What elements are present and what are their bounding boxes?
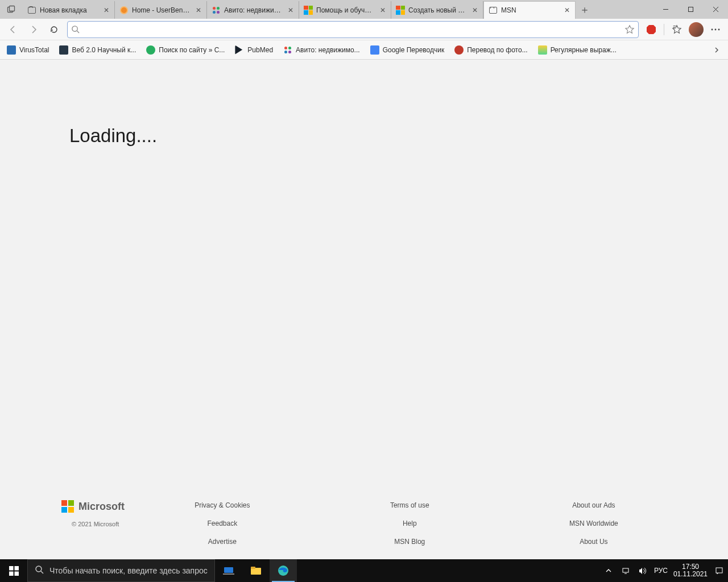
footer-link-privacy[interactable]: Privacy & Cookies [195, 501, 250, 509]
bookmark-virustotal[interactable]: VirusTotal [3, 43, 52, 57]
extension-adblock-icon[interactable] [642, 20, 660, 39]
close-window-button[interactable] [703, 0, 728, 19]
bookmark-label: Регулярные выраж... [551, 46, 617, 54]
footer-link-aboutus[interactable]: About Us [580, 538, 607, 546]
profile-button[interactable] [687, 20, 705, 39]
tab-close-icon[interactable]: ✕ [194, 6, 203, 15]
bookmark-favicon-icon [454, 45, 464, 55]
bookmark-favicon-icon [538, 45, 547, 55]
titlebar: Новая вкладка ✕ Home - UserBenchmark ✕ А… [0, 0, 728, 19]
tab-close-icon[interactable]: ✕ [286, 6, 295, 15]
microsoft-logo[interactable]: Microsoft [61, 500, 125, 513]
tab-favicon-icon [27, 6, 36, 15]
svg-rect-14 [9, 566, 14, 571]
footer-link-msnblog[interactable]: MSN Blog [394, 538, 425, 546]
footer-link-help[interactable]: Help [403, 519, 417, 527]
bookmark-gtranslate[interactable]: Google Переводчик [367, 43, 448, 57]
tray-network-icon[interactable] [620, 567, 631, 575]
tab-title: Авито: недвижимость [224, 6, 283, 14]
tab-favicon-icon [119, 6, 129, 15]
toolbar-divider [664, 24, 664, 35]
bookmark-site-search[interactable]: Поиск по сайту » С... [143, 43, 228, 57]
minimize-button[interactable] [653, 0, 678, 19]
new-tab-button[interactable]: ＋ [576, 0, 594, 19]
tab-new[interactable]: Новая вкладка ✕ [23, 1, 115, 19]
footer-links: Privacy & Cookies Feedback Advertise Ter… [125, 500, 688, 546]
bookmark-regex[interactable]: Регулярные выраж... [535, 43, 620, 57]
footer-link-worldwide[interactable]: MSN Worldwide [569, 519, 618, 527]
bookmark-label: PubMed [247, 46, 273, 54]
bookmark-web20[interactable]: Веб 2.0 Научный к... [56, 43, 139, 57]
bookmark-pubmed[interactable]: PubMed [231, 43, 276, 57]
footer-link-terms[interactable]: Terms of use [390, 501, 429, 509]
taskbar-search-input[interactable] [49, 566, 208, 575]
tab-favicon-icon [212, 6, 221, 15]
bookmark-avito[interactable]: Авито: недвижимо... [280, 43, 363, 57]
favorites-button[interactable] [668, 20, 686, 39]
start-button[interactable] [0, 559, 27, 582]
tab-favicon-icon [489, 6, 498, 15]
svg-rect-23 [251, 567, 255, 569]
tab-close-icon[interactable]: ✕ [378, 6, 387, 15]
tab-close-icon[interactable]: ✕ [102, 6, 111, 15]
bookmark-photo-translate[interactable]: Перевод по фото... [451, 43, 531, 57]
svg-point-13 [718, 28, 720, 30]
bookmark-favicon-icon [146, 45, 155, 55]
bookmark-favicon-icon [235, 45, 244, 55]
bookmarks-bar: VirusTotal Веб 2.0 Научный к... Поиск по… [0, 40, 728, 60]
tab-title: Новая вкладка [40, 6, 98, 14]
tab-close-icon[interactable]: ✕ [562, 6, 572, 15]
bookmark-favicon-icon [59, 45, 68, 55]
back-button[interactable] [3, 20, 23, 39]
address-bar[interactable] [67, 21, 639, 38]
tray-chevron-up-icon[interactable] [603, 567, 614, 574]
tab-close-icon[interactable]: ✕ [470, 6, 479, 15]
tab-actions-button[interactable] [0, 0, 23, 19]
tray-notifications-icon[interactable] [713, 567, 725, 575]
tab-title: Помощь и обучение [316, 6, 375, 14]
footer-link-advertise[interactable]: Advertise [208, 538, 237, 546]
footer-link-aboutads[interactable]: About our Ads [572, 501, 615, 509]
maximize-button[interactable] [678, 0, 703, 19]
tray-datetime[interactable]: 17:50 01.11.2021 [673, 563, 708, 578]
bookmark-label: Google Переводчик [383, 46, 445, 54]
toolbar [0, 19, 728, 40]
forward-button[interactable] [24, 20, 43, 39]
bookmark-favicon-icon [283, 45, 292, 55]
footer-link-feedback[interactable]: Feedback [208, 519, 238, 527]
svg-rect-16 [9, 571, 14, 576]
taskbar-app-laptop[interactable] [215, 559, 242, 582]
copyright-text: © 2021 Microsoft [61, 521, 125, 527]
taskbar: РУС 17:50 01.11.2021 [0, 559, 728, 582]
tab-title: MSN [501, 6, 559, 14]
tab-favicon-icon [396, 6, 405, 15]
menu-button[interactable] [706, 20, 725, 39]
bookmark-label: Авито: недвижимо... [296, 46, 360, 54]
reload-button[interactable] [44, 20, 64, 39]
tab-avito[interactable]: Авито: недвижимость ✕ [207, 1, 299, 19]
tray-date: 01.11.2021 [673, 571, 708, 578]
tab-favicon-icon [304, 6, 313, 15]
favorite-icon[interactable] [624, 24, 635, 35]
svg-point-12 [715, 28, 717, 30]
search-icon [35, 565, 44, 576]
taskbar-search[interactable] [27, 559, 215, 582]
tab-new-question[interactable]: Создать новый вопрос ✕ [391, 1, 483, 19]
taskbar-app-edge[interactable] [270, 559, 297, 582]
svg-rect-25 [623, 568, 628, 572]
tab-userbench[interactable]: Home - UserBenchmark ✕ [115, 1, 207, 19]
tray-volume-icon[interactable] [637, 567, 648, 575]
svg-rect-20 [224, 567, 233, 573]
svg-rect-27 [716, 568, 722, 573]
tab-msn[interactable]: MSN ✕ [483, 1, 576, 19]
window-controls [653, 0, 728, 19]
tab-help[interactable]: Помощь и обучение ✕ [299, 1, 391, 19]
svg-rect-17 [14, 571, 19, 576]
bookmark-label: Поиск по сайту » С... [159, 46, 225, 54]
address-input[interactable] [84, 25, 620, 34]
taskbar-app-explorer[interactable] [242, 559, 270, 582]
tray-language[interactable]: РУС [654, 567, 668, 575]
search-icon [71, 25, 80, 34]
bookmark-label: Веб 2.0 Научный к... [72, 46, 136, 54]
bookmarks-overflow-button[interactable] [709, 46, 725, 54]
